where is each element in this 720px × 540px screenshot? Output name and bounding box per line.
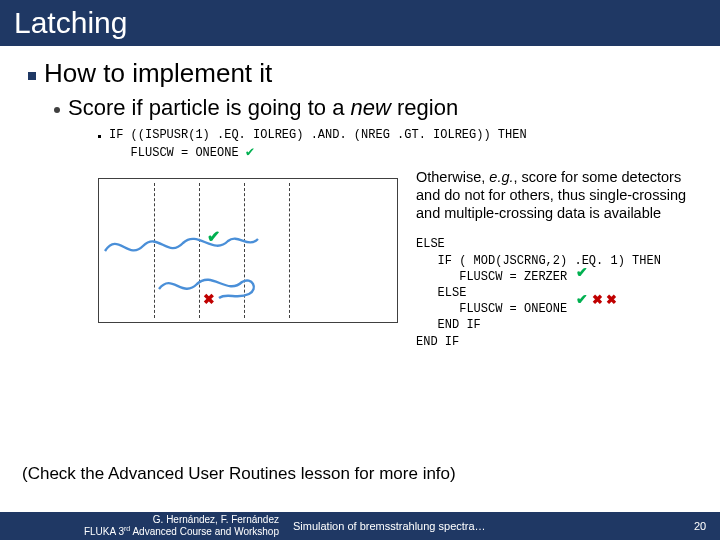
subheading-pre: Score if particle is going to a xyxy=(68,95,350,120)
two-column-area: ✔ ✖ Otherwise, e.g., score for some dete… xyxy=(98,168,692,350)
check-icon: ✔ xyxy=(246,143,254,162)
footer-left: G. Hernández, F. Fernández FLUKA 3rd Adv… xyxy=(0,514,285,537)
slide-title-bar: Latching xyxy=(0,0,720,46)
footer-authors: G. Hernández, F. Fernández xyxy=(0,514,279,525)
code-line-2: FLUSCW = ONEONE xyxy=(109,146,239,160)
footer-note: (Check the Advanced User Routines lesson… xyxy=(22,464,456,484)
check-icon: ✔ xyxy=(576,264,588,282)
left-column: ✔ ✖ xyxy=(98,168,398,350)
code-row-1: IF ((ISPUSR(1) .EQ. IOLREG) .AND. (NREG … xyxy=(98,127,692,162)
code-line-1: IF ((ISPUSR(1) .EQ. IOLREG) .AND. (NREG … xyxy=(109,127,527,143)
right-column: Otherwise, e.g., score for some detector… xyxy=(416,168,692,350)
cross-icon: ✖ xyxy=(592,292,603,308)
para1-pre: Otherwise, xyxy=(416,169,489,185)
bullet-tiny-icon xyxy=(98,135,101,138)
particle-diagram: ✔ ✖ xyxy=(98,178,398,323)
code-block-2: ELSE IF ( MOD(JSCRNG,2) .EQ. 1) THEN FLU… xyxy=(416,236,692,349)
slide-title: Latching xyxy=(14,6,127,39)
subheading-em: new xyxy=(350,95,390,120)
bullet-dot-icon xyxy=(54,107,60,113)
footer-mid: Simulation of bremsstrahlung spectra… xyxy=(285,520,680,532)
otherwise-paragraph: Otherwise, e.g., score for some detector… xyxy=(416,168,692,222)
heading-text: How to implement it xyxy=(44,58,272,89)
footer-course: FLUKA 3rd Advanced Course and Workshop xyxy=(0,525,279,537)
code-block-2-wrap: ELSE IF ( MOD(JSCRNG,2) .EQ. 1) THEN FLU… xyxy=(416,236,692,349)
subheading-row: Score if particle is going to a new regi… xyxy=(54,95,692,121)
check-icon: ✔ xyxy=(207,227,220,246)
code-block-1: IF ((ISPUSR(1) .EQ. IOLREG) .AND. (NREG … xyxy=(109,127,527,162)
heading-row: How to implement it xyxy=(28,58,692,89)
check-icon: ✔ xyxy=(576,291,588,309)
subheading-text: Score if particle is going to a new regi… xyxy=(68,95,458,121)
page-number: 20 xyxy=(680,520,720,532)
para1-em: e.g. xyxy=(489,169,513,185)
cross-icon: ✖ xyxy=(203,291,215,307)
content-area: How to implement it Score if particle is… xyxy=(0,46,720,350)
bullet-square-icon xyxy=(28,72,36,80)
footer-bar: G. Hernández, F. Fernández FLUKA 3rd Adv… xyxy=(0,512,720,540)
subheading-post: region xyxy=(391,95,458,120)
code-line-2-wrap: FLUSCW = ONEONE ✔ xyxy=(109,143,527,162)
region-boundary-4 xyxy=(289,183,290,318)
cross-icon: ✖ xyxy=(606,292,617,308)
